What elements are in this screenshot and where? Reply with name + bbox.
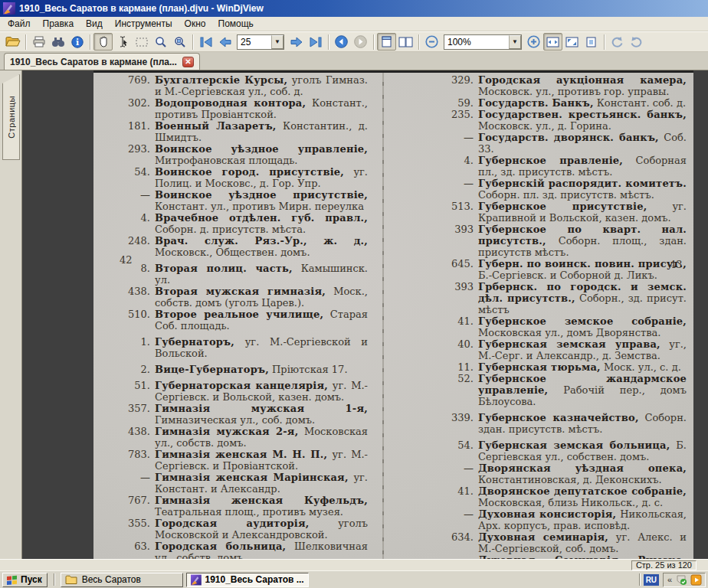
print-icon[interactable]	[29, 33, 48, 51]
directory-entry: 634.Духовная семинарія, уг. Алекс. и М.-…	[451, 531, 687, 554]
directory-entry: —Губернскій распорядит. комитетъ. Соборн…	[451, 178, 687, 201]
system-tray: RU «	[639, 573, 706, 587]
language-indicator[interactable]: RU	[644, 574, 659, 586]
toolbar-separator	[328, 34, 329, 50]
windjview-app-icon	[3, 2, 15, 15]
rect-select-icon[interactable]	[132, 33, 151, 51]
directory-entry: 339.Губернское казначейство, Соборн. зда…	[451, 412, 687, 435]
directory-entry: 4.Врачебное отдѣлен. губ. правл., Соборн…	[127, 212, 368, 235]
tray-chevron-icon[interactable]: «	[667, 576, 673, 584]
directory-entry: 235.Государствен. крестьянск. банкъ, Мос…	[451, 109, 687, 132]
start-button[interactable]: Пуск	[2, 573, 48, 587]
directory-entry: 355.Городская аудиторія, уголъ Московско…	[127, 518, 368, 541]
directory-entry: 783.Гимназія женская М. Н. П., уг. М.-Се…	[127, 449, 368, 472]
text-select-icon[interactable]	[113, 33, 132, 51]
directory-entry: 513.Губернское присутствіе, уг. Крапивно…	[451, 201, 687, 224]
sidebar: Страницы	[0, 70, 22, 559]
document-tab-bar: 1910_Весь Саратов в кармане (пла... ✕	[0, 52, 708, 70]
directory-column-right: 329.Городская аукціонная камера, Московс…	[451, 74, 687, 559]
security-check-icon[interactable]	[676, 574, 687, 586]
directory-entry: 41.Дворянское депутатское собраніе, Моск…	[451, 485, 687, 508]
directory-entry: 8.Вторая полиц. часть, Камышинск. ул.	[127, 263, 368, 286]
document-view[interactable]: 42 43 769.Бухгалтерскіе Курсы, уголъ Гим…	[23, 70, 708, 559]
toolbar-separator	[192, 34, 193, 50]
windows-logo-icon	[6, 574, 18, 585]
page-number-value[interactable]: 25	[238, 35, 271, 49]
toolbar-separator	[373, 34, 374, 50]
actual-size-icon[interactable]	[582, 33, 601, 51]
directory-entry: 54.Воинское город. присутствіе, уг. Поли…	[127, 166, 368, 189]
toolbar-separator	[90, 34, 90, 50]
last-page-icon[interactable]	[306, 33, 325, 51]
directory-entry: 393Грбернск. по городск. и земск. дѣл. п…	[451, 281, 687, 315]
directory-entry: 510.Второе реальное училище, Старая Соб.…	[127, 309, 368, 332]
zoom-level-value[interactable]: 100%	[444, 35, 509, 49]
directory-entry: —Дворянская уѣздная опека, Константиновс…	[451, 462, 687, 485]
taskbar: Пуск Весь Саратов 1910_Весь Саратов ... …	[0, 570, 708, 588]
forward-icon[interactable]	[351, 33, 370, 51]
directory-entry: 40.Губернская земская управа, уг., М.-Се…	[451, 338, 687, 361]
menu-window[interactable]: Окно	[179, 17, 212, 31]
directory-entry: 767.Гимназія женская Куфельдъ, Театральн…	[127, 495, 368, 518]
sidebar-tab-pages[interactable]: Страницы	[2, 74, 20, 160]
task-button-folder[interactable]: Весь Саратов	[61, 573, 183, 587]
directory-entry: 59.Государств. Банкъ, Констант. соб. д.	[451, 97, 687, 109]
back-icon[interactable]	[332, 33, 351, 51]
facing-pages-icon[interactable]	[396, 33, 415, 51]
directory-entry: 63.Городская больница, Шелковичная ул., …	[127, 541, 368, 559]
magnifier-custom-icon[interactable]	[170, 33, 189, 51]
close-icon[interactable]: ✕	[182, 57, 194, 67]
menu-tools[interactable]: Инструменты	[109, 17, 179, 31]
directory-entry: 52.Губернское жандармское управленіе, Ра…	[451, 373, 687, 407]
menu-view[interactable]: Вид	[80, 17, 109, 31]
chevron-down-icon[interactable]: ▼	[509, 35, 521, 49]
pan-tool-icon[interactable]	[93, 33, 113, 51]
magnifier-icon[interactable]	[151, 33, 170, 51]
task-button-windjview[interactable]: 1910_Весь Саратов ...	[186, 573, 309, 587]
toolbar: i 25 ▼	[0, 31, 708, 52]
windjview-icon	[191, 574, 202, 586]
menu-edit[interactable]: Правка	[37, 17, 80, 31]
open-folder-icon[interactable]	[3, 33, 22, 51]
task-button-label: 1910_Весь Саратов ...	[205, 574, 304, 585]
task-button-label: Весь Саратов	[82, 574, 141, 585]
player-icon[interactable]	[690, 574, 702, 586]
zoom-out-icon[interactable]	[422, 33, 441, 51]
next-page-icon[interactable]	[287, 33, 306, 51]
toolbar-separator	[418, 34, 419, 50]
directory-entry: —Гимназія женская Маріинская, уг. Конста…	[127, 472, 368, 495]
fit-page-icon[interactable]	[562, 33, 582, 51]
directory-entry: —Духовная консисторія, Никольская, Арх. …	[451, 508, 687, 531]
document-tab[interactable]: 1910_Весь Саратов в кармане (пла... ✕	[4, 53, 200, 70]
single-page-icon[interactable]	[377, 33, 396, 51]
zoom-level-combo[interactable]: 100% ▼	[444, 34, 522, 50]
rotate-left-icon[interactable]	[608, 33, 627, 51]
prev-page-icon[interactable]	[215, 33, 234, 51]
toolbar-separator	[25, 34, 26, 50]
toolbar-separator	[604, 34, 605, 50]
directory-entry: 357.Гимназія мужская 1-я, Гимназическая …	[127, 403, 368, 426]
taskbar-separator	[54, 573, 54, 586]
rotate-right-icon[interactable]	[627, 33, 646, 51]
chevron-down-icon[interactable]: ▼	[271, 35, 284, 49]
directory-entry: 293.Воинское уѣздное управленіе, Митрофа…	[127, 143, 368, 166]
first-page-icon[interactable]	[196, 33, 215, 51]
directory-entry: 54.Губернская земская больница, Б. Сергі…	[451, 439, 687, 462]
zoom-in-icon[interactable]	[524, 33, 543, 51]
book-gutter	[382, 73, 384, 559]
directory-entry: 1.Губернаторъ, уг. М.-Сергіевской и Воль…	[127, 336, 368, 359]
menu-bar: Файл Правка Вид Инструменты Окно Помощь	[0, 17, 708, 31]
tray-icon-area: «	[663, 573, 706, 587]
fit-width-icon[interactable]	[543, 33, 562, 51]
book-spread-scan: 42 43 769.Бухгалтерскіе Курсы, уголъ Гим…	[93, 70, 693, 559]
search-icon[interactable]	[48, 33, 67, 51]
folder-icon	[65, 575, 78, 585]
sidebar-tab-pages-label: Страницы	[7, 96, 16, 139]
directory-entry: 302.Водопроводная контора, Констант., пр…	[127, 97, 368, 120]
directory-entry: —Воинское уѣздное присутствіе, Констант.…	[127, 189, 368, 212]
menu-help[interactable]: Помощь	[212, 17, 260, 31]
page-number-combo[interactable]: 25 ▼	[237, 34, 284, 50]
info-icon[interactable]: i	[67, 33, 87, 51]
menu-file[interactable]: Файл	[2, 17, 37, 31]
document-tab-label: 1910_Весь Саратов в кармане (пла...	[10, 57, 177, 67]
